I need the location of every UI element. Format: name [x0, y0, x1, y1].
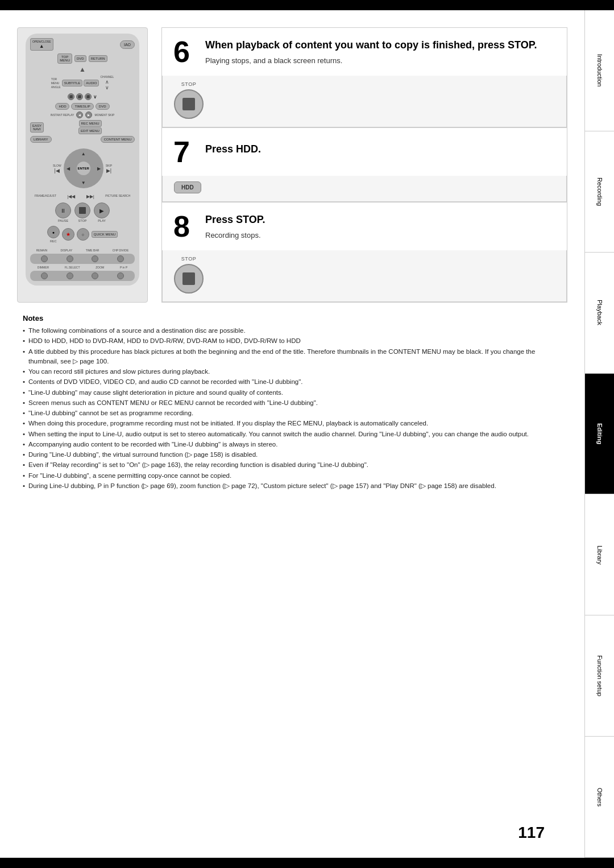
notes-item-10: Accompanying audio content to be recorde… [23, 440, 562, 449]
step-7-hdd-button: HDD [174, 181, 201, 193]
remote-chpdivide-btn [117, 255, 124, 262]
notes-item-5: "Line-U dubbing" may cause slight deteri… [23, 388, 562, 398]
step-6-stop-circle [174, 89, 204, 119]
step-8-header: 8 Press STOP. Recording stops. [162, 202, 567, 250]
remote-star-btn: ★ [62, 228, 74, 241]
remote-dvd-label: DVD [74, 55, 86, 62]
bottom-bar [0, 858, 614, 868]
step-7-img-panel: HDD [162, 176, 567, 202]
notes-item-2: A title dubbed by this procedure has bla… [23, 347, 562, 367]
step-6-stop-button: STOP [174, 81, 204, 119]
step-6-number: 6 [173, 37, 194, 67]
notes-item-12: Even if "Relay recording" is set to "On"… [23, 460, 562, 470]
tab-recording[interactable]: Recording [584, 131, 614, 253]
notes-item-1: HDD to HDD, HDD to DVD-RAM, HDD to DVD-R… [23, 336, 562, 346]
step-8-number: 8 [173, 212, 194, 241]
remote-display-btn [67, 255, 73, 262]
remote-top-menu-btn: TOPMENU [57, 53, 72, 64]
notes-section: Notes The following combinations of a so… [17, 314, 567, 491]
remote-audio-btn: AUDIO [84, 80, 99, 86]
remote-icon2: ⬛ [76, 93, 83, 100]
remote-label-row2: DIMMERFL.SELECTZOOMP in P [30, 266, 135, 269]
remote-openclose-btn: OPEN/CLOSE▲ [30, 38, 53, 51]
step-8-title: Press STOP. [205, 213, 555, 226]
remote-subtitle-btn: SUBTITLE [62, 80, 83, 86]
remote-circle-btn: ○ [77, 228, 89, 241]
step-7-number: 7 [173, 137, 194, 167]
remote-icon3: ⬛ [85, 93, 92, 100]
step-8-desc: Recording stops. [205, 231, 555, 239]
remote-angle-label: TORMENUANGLE [51, 77, 61, 89]
remote-easy-navi-btn: EASYNAVI [30, 122, 44, 133]
step-6-desc: Playing stops, and a black screen return… [205, 56, 555, 65]
remote-hdd-btn[interactable]: HDD [55, 103, 69, 110]
remote-return-btn: RETURN [89, 55, 107, 62]
tab-library[interactable]: Library [584, 494, 614, 615]
tab-function-setup[interactable]: Function setup [584, 615, 614, 737]
step-6-content: When playback of content you want to cop… [205, 37, 555, 67]
step-7-header: 7 Press HDD. [162, 128, 567, 176]
remote-content-menu-btn: CONTENT MENU [101, 136, 135, 143]
remote-channel-label: CHANNEL ∧∨ [100, 75, 114, 90]
remote-enter-btn: ENTER [77, 162, 90, 175]
step-7-content: Press HDD. [205, 137, 555, 167]
step-8-button-label: STOP [181, 256, 196, 262]
step-6-button-label: STOP [181, 81, 196, 87]
notes-item-0: The following combinations of a source a… [23, 326, 562, 336]
remote-play-btn: ▶ [94, 202, 110, 218]
sidebar: Introduction Recording Playback Editing … [584, 10, 614, 858]
step-8-stop-circle [174, 264, 204, 294]
notes-item-14: During Line-U dubbing, P in P function (… [23, 481, 562, 491]
remote-timebar-btn [92, 255, 98, 262]
remote-edit-menu-btn: EDIT MENU [78, 127, 102, 134]
remote-bottom-bar2 [30, 271, 135, 281]
step-7-block: 7 Press HDD. HDD [161, 128, 567, 202]
remote-label-row1: REMAINDISPLAYTIME BARCHP DIVIDE [30, 249, 135, 252]
step-8-stop-button: STOP [174, 256, 204, 294]
remote-nav-ring: ▲ ▼ ◀ ▶ ENTER [64, 148, 103, 188]
main-content: OPEN/CLOSE▲ IAO TOPMENU DVD RETURN ▲ [0, 10, 584, 858]
step-6-title: When playback of content you want to cop… [205, 39, 555, 52]
top-bar [0, 0, 614, 10]
step-8-content: Press STOP. Recording stops. [205, 212, 555, 241]
step-8-stop-square [182, 272, 195, 285]
notes-item-6: Screen menus such as CONTENT MENU or REC… [23, 398, 562, 408]
remote-quick-menu-btn: QUICK MENU [92, 231, 118, 238]
steps-area: 6 When playback of content you want to c… [161, 27, 567, 303]
remote-instant-replay: ◀ [76, 111, 83, 118]
notes-list: The following combinations of a source a… [23, 326, 562, 491]
step-6-block: 6 When playback of content you want to c… [161, 27, 567, 128]
notes-item-3: You can record still pictures and slow p… [23, 367, 562, 377]
step-6-header: 6 When playback of content you want to c… [162, 28, 567, 76]
remote-zoom-btn [92, 272, 98, 279]
notes-item-9: When setting the input to Line-U, audio … [23, 429, 562, 439]
remote-bottom-bar1 [30, 254, 135, 264]
remote-iao-btn: IAO [120, 40, 135, 49]
tab-introduction[interactable]: Introduction [584, 10, 614, 131]
remote-rec-row: ● REC ★ ○ QUICK MENU [47, 226, 118, 243]
remote-dimmer-btn [41, 272, 48, 279]
remote-flselect-btn [67, 272, 73, 279]
content-area: OPEN/CLOSE▲ IAO TOPMENU DVD RETURN ▲ [17, 27, 567, 303]
remote-rec-btn: ● [47, 226, 60, 238]
tab-others[interactable]: Others [584, 737, 614, 858]
remote-rec-menu-btn: REC MENU [79, 120, 102, 127]
step-7-title: Press HDD. [205, 143, 555, 156]
step-6-img-panel: STOP [162, 76, 567, 127]
tab-editing[interactable]: Editing [584, 374, 614, 495]
remote-pause-btn: ⏸ [55, 202, 71, 218]
remote-pip-btn [117, 272, 124, 279]
notes-item-4: Contents of DVD VIDEO, VIDEO CD, and aud… [23, 377, 562, 387]
remote-stop-transport-btn [74, 202, 90, 218]
remote-icon1: ⬛ [68, 93, 74, 100]
remote-moment-skip: ▶ [85, 111, 92, 118]
tab-playback[interactable]: Playback [584, 253, 614, 374]
remote-timeslip-btn: TIMESLIP [71, 103, 93, 110]
notes-item-13: For "Line-U dubbing", a scene permitting… [23, 471, 562, 481]
notes-title: Notes [23, 314, 562, 323]
remote-dvd-btn: DVD [96, 103, 110, 110]
notes-item-11: During "Line-U dubbing", the virtual sur… [23, 450, 562, 460]
remote-body: OPEN/CLOSE▲ IAO TOPMENU DVD RETURN ▲ [26, 34, 139, 286]
step-6-stop-square [182, 98, 195, 110]
notes-item-8: When doing this procedure, programme rec… [23, 419, 562, 428]
